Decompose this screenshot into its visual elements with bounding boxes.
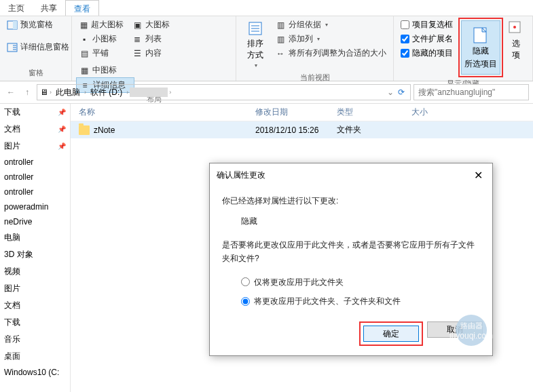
sidebar-item[interactable]: 视频 <box>0 263 70 280</box>
pc-icon: 🖥 <box>40 87 48 97</box>
refresh-icon[interactable]: ⟳ <box>395 87 407 97</box>
file-ext-toggle[interactable]: 文件扩展名 <box>398 32 456 46</box>
col-date[interactable]: 修改日期 <box>255 106 337 118</box>
ok-highlight: 确定 <box>359 321 423 346</box>
dialog-body: 你已经选择对属性进行以下更改: 隐藏 是否要将此更改仅应用于此文件夹，或者是否要… <box>210 187 492 321</box>
ribbon: 预览窗格 详细信息窗格 窗格 ▦超大图标 ▪小图标 ▤平铺 ▣大图标 ≣列表 <box>0 16 533 81</box>
ok-button[interactable]: 确定 <box>363 326 419 342</box>
sidebar-item[interactable]: 音乐 <box>0 331 70 348</box>
options-icon <box>508 20 524 37</box>
chevron-right-icon: › <box>50 89 52 96</box>
nav-up-button[interactable]: ↑ <box>20 85 34 99</box>
item-checkboxes-toggle[interactable]: 项目复选框 <box>398 18 456 32</box>
dialog-footer: 确定 取消 路由器 luyouqi.com <box>210 321 492 355</box>
sidebar-item[interactable]: 下载📌 <box>0 104 70 121</box>
layout-list[interactable]: ≣列表 <box>129 32 174 46</box>
group-show-hide: 项目复选框 文件扩展名 隐藏的项目 隐藏 所选项目 选项 显 <box>394 16 533 81</box>
preview-pane-label: 预览窗格 <box>20 19 53 31</box>
sidebar-item[interactable]: 图片 <box>0 280 70 297</box>
layout-content[interactable]: ☰内容 <box>129 46 174 60</box>
layout-extra-large[interactable]: ▦超大图标 <box>76 18 126 32</box>
column-headers[interactable]: 名称 修改日期 类型 大小 <box>71 104 533 121</box>
group-panes-label: 窗格 <box>4 66 67 79</box>
group-icon: ▥ <box>275 20 286 31</box>
tiles-icon: ▤ <box>79 48 90 59</box>
preview-pane-icon <box>7 20 18 31</box>
sidebar-item[interactable]: poweradmin <box>0 199 70 214</box>
details-pane-icon <box>7 42 18 53</box>
tab-view[interactable]: 查看 <box>65 0 99 16</box>
crumb-drive[interactable]: 软件 (D:) <box>88 85 125 100</box>
col-type[interactable]: 类型 <box>337 106 411 118</box>
chevron-right-icon: › <box>126 89 128 96</box>
sidebar-item[interactable]: 文档 <box>0 297 70 314</box>
layout-large[interactable]: ▣大图标 <box>129 18 174 32</box>
layout-small[interactable]: ▪小图标 <box>76 32 126 46</box>
options-button[interactable]: 选项 <box>506 18 526 64</box>
details-pane-label: 详细信息窗格 <box>20 41 69 53</box>
sidebar-item[interactable]: ontroller <box>0 155 70 170</box>
chevron-right-icon: › <box>169 89 171 96</box>
dialog-attr: 隐藏 <box>222 214 480 228</box>
grid-large-icon: ▣ <box>132 20 143 31</box>
preview-pane-button[interactable]: 预览窗格 <box>4 18 72 32</box>
radio-all-subfolders[interactable]: 将更改应用于此文件夹、子文件夹和文件 <box>222 292 480 311</box>
sidebar-item[interactable]: Windows10 (C: <box>0 365 70 380</box>
sidebar-item[interactable]: 电脑 <box>0 229 70 246</box>
sidebar-item[interactable]: 桌面 <box>0 348 70 365</box>
sidebar-item[interactable]: 文档📌 <box>0 121 70 138</box>
hide-selected-highlight: 隐藏 所选项目 <box>458 18 503 77</box>
dialog-titlebar: 确认属性更改 ✕ <box>210 163 492 187</box>
tab-share[interactable]: 共享 <box>33 0 65 16</box>
dropdown-icon[interactable]: ⌄ <box>387 87 394 97</box>
hidden-items-toggle[interactable]: 隐藏的项目 <box>398 46 456 60</box>
col-size[interactable]: 大小 <box>411 106 466 118</box>
sidebar-item[interactable]: ontroller <box>0 170 70 184</box>
layout-medium[interactable]: ▦中图标 <box>76 63 134 77</box>
sidebar-item[interactable]: 下载 <box>0 314 70 331</box>
col-name[interactable]: 名称 <box>79 106 255 118</box>
watermark-badge: 路由器 luyouqi.com <box>456 315 487 346</box>
radio-this-folder[interactable]: 仅将更改应用于此文件夹 <box>222 273 480 292</box>
sort-icon <box>247 20 263 37</box>
grid-med-icon: ▦ <box>79 65 90 76</box>
dialog-title: 确认属性更改 <box>217 170 265 181</box>
autosize-icon: ↔ <box>275 48 286 59</box>
chevron-down-icon: ▾ <box>317 36 320 42</box>
chevron-down-icon: ▾ <box>255 62 257 68</box>
chevron-down-icon: ▾ <box>325 22 328 28</box>
hide-selected-button[interactable]: 隐藏 所选项目 <box>461 20 500 75</box>
ribbon-tabs: 主页 共享 查看 <box>0 0 533 16</box>
folder-icon <box>79 125 90 135</box>
sidebar: 下载📌文档📌图片📌ontrollerontrollerontrollerpowe… <box>0 104 71 392</box>
tab-home[interactable]: 主页 <box>0 0 33 16</box>
crumb-this-pc[interactable]: 此电脑 <box>53 85 83 100</box>
dialog-line1: 你已经选择对属性进行以下更改: <box>222 194 480 208</box>
crumb-folder[interactable] <box>130 87 168 97</box>
sort-by-button[interactable]: 排序方式 ▾ <box>240 18 270 71</box>
sidebar-item[interactable]: neDrive <box>0 214 70 229</box>
sidebar-item[interactable]: 3D 对象 <box>0 246 70 263</box>
search-input[interactable] <box>413 84 529 100</box>
group-current-view-label: 当前视图 <box>240 71 389 84</box>
pin-icon: 📌 <box>58 142 66 150</box>
add-columns-button[interactable]: ▥添加列▾ <box>272 32 389 46</box>
details-pane-button[interactable]: 详细信息窗格 <box>4 40 72 54</box>
size-all-columns-button[interactable]: ↔将所有列调整为合适的大小 <box>272 46 389 60</box>
nav-back-button[interactable]: ← <box>4 85 18 99</box>
sidebar-item[interactable]: 图片📌 <box>0 138 70 155</box>
close-icon[interactable]: ✕ <box>471 169 485 182</box>
list-small-icon: ≣ <box>132 34 143 45</box>
columns-icon: ▥ <box>275 34 286 45</box>
breadcrumb[interactable]: 🖥 › 此电脑 › 软件 (D:) › › ⌄ ⟳ <box>37 84 411 100</box>
grid-small-icon: ▪ <box>79 34 90 45</box>
table-row[interactable]: zNote2018/12/10 15:26文件夹 <box>71 121 533 138</box>
pin-icon: 📌 <box>58 109 66 116</box>
sidebar-item[interactable]: ontroller <box>0 184 70 199</box>
confirm-attribute-dialog: 确认属性更改 ✕ 你已经选择对属性进行以下更改: 隐藏 是否要将此更改仅应用于此… <box>209 163 493 356</box>
group-layout: ▦超大图标 ▪小图标 ▤平铺 ▣大图标 ≣列表 ☰内容 ▦中图标 ≡详细信息 布… <box>72 16 236 81</box>
layout-tiles[interactable]: ▤平铺 <box>76 46 126 60</box>
dialog-question: 是否要将此更改仅应用于此文件夹，或者是否要将它应用于所有子文件夹和文件? <box>222 238 480 266</box>
hide-icon <box>471 25 490 44</box>
group-by-button[interactable]: ▥分组依据▾ <box>272 18 389 32</box>
